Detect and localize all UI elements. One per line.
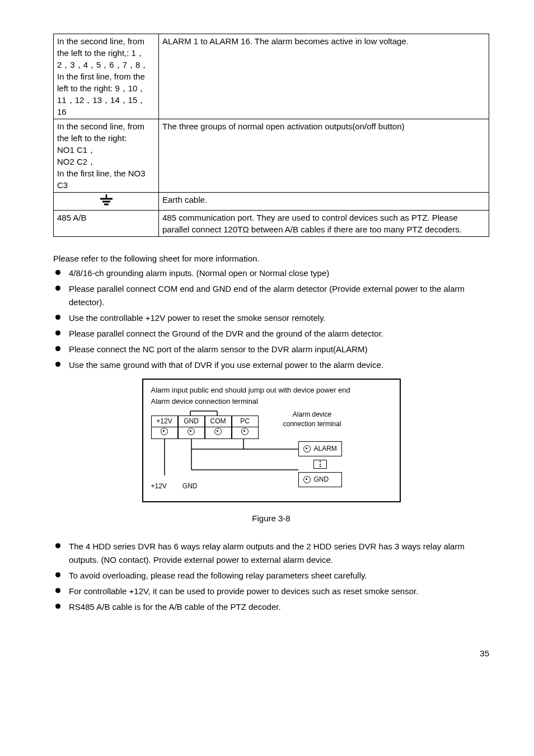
spec-table: In the second line, from the left to the… (53, 34, 489, 237)
terminal-icon (303, 445, 311, 452)
list-item: 4/8/16-ch grounding alarm inputs. (Norma… (53, 267, 489, 280)
bottom-12v-label: +12V (151, 482, 167, 491)
intro-text: Please refer to the following sheet for … (53, 253, 489, 264)
terminal-pin (151, 427, 178, 439)
device-subtitle: connection terminal (283, 419, 341, 429)
terminal-header: PC (232, 416, 259, 427)
terminal-icon (161, 428, 168, 435)
diagram-wrapper: Alarm input public end should jump out w… (53, 379, 489, 502)
bottom-gnd-label: GND (182, 482, 198, 491)
alarm-label: ALARM (314, 444, 337, 454)
page-number: 35 (53, 647, 489, 659)
list-item: Use the same ground with that of DVR if … (53, 358, 489, 372)
cell-right: Earth cable. (159, 193, 489, 211)
cell-left: In the second line, from the left to the… (54, 34, 159, 119)
figure-caption: Figure 3-8 (53, 512, 489, 524)
terminal-block: +12V GND COM PC (151, 410, 261, 439)
wiring-diagram: Alarm input public end should jump out w… (142, 379, 401, 502)
table-row: Earth cable. (54, 193, 489, 211)
list-item: For controllable +12V, it can be used to… (53, 585, 489, 598)
diagram-title-2: Alarm device connection terminal (151, 396, 392, 407)
device-label-block: Alarm device connection terminal (283, 410, 341, 429)
list-item: RS485 A/B cable is for the A/B cable of … (53, 600, 489, 614)
terminal-header: +12V (151, 416, 178, 427)
terminal-header: GND (178, 416, 205, 427)
table-row: In the second line, from the left to the… (54, 119, 489, 193)
list-item: The 4 HDD series DVR has 6 ways relay al… (53, 540, 489, 567)
cell-left: 485 A/B (54, 211, 159, 237)
alarm-terminal: ALARM (298, 441, 342, 456)
cell-right: 485 communication port. They are used to… (159, 211, 489, 237)
cell-left: In the second line, from the left to the… (54, 119, 159, 193)
terminal-icon (303, 476, 311, 483)
table-row: In the second line, from the left to the… (54, 34, 489, 119)
list-item: Use the controllable +12V power to reset… (53, 311, 489, 325)
terminal-icon (241, 428, 249, 435)
terminal-icon (188, 428, 195, 435)
earth-icon (98, 199, 115, 209)
terminal-pin (232, 427, 259, 439)
terminal-icon (214, 428, 222, 435)
cell-right: ALARM 1 to ALARM 16. The alarm becomes a… (159, 34, 489, 119)
resistor-icon (313, 460, 327, 469)
terminal-pin (205, 427, 232, 439)
cell-left-earth (54, 193, 159, 211)
bullet-list-2: The 4 HDD series DVR has 6 ways relay al… (53, 540, 489, 614)
diagram-title-1: Alarm input public end should jump out w… (151, 385, 392, 395)
table-row: 485 A/B 485 communication port. They are… (54, 211, 489, 237)
list-item: Please parallel connect COM end and GND … (53, 282, 489, 309)
terminal-header: COM (205, 416, 232, 427)
terminal-pin (178, 427, 205, 439)
list-item: Please connect the NC port of the alarm … (53, 343, 489, 356)
gnd-terminal: GND (298, 472, 342, 487)
list-item: Please parallel connect the Ground of th… (53, 327, 489, 340)
bullet-list-1: 4/8/16-ch grounding alarm inputs. (Norma… (53, 267, 489, 372)
list-item: To avoid overloading, please read the fo… (53, 569, 489, 582)
device-title: Alarm device (283, 410, 341, 419)
gnd-label: GND (314, 475, 329, 484)
cell-right: The three groups of normal open activati… (159, 119, 489, 193)
